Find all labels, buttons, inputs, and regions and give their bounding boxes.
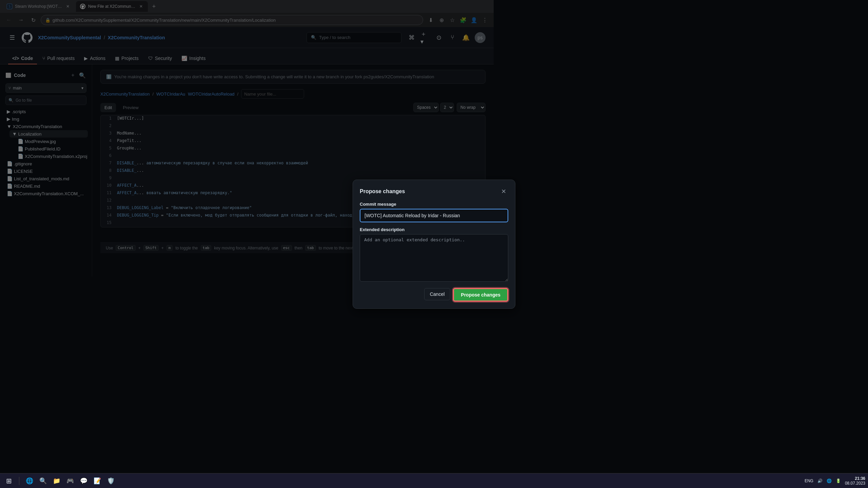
- commit-message-label: Commit message: [360, 202, 494, 207]
- propose-changes-modal: Propose changes ✕ Commit message Extende…: [353, 180, 494, 277]
- modal-title: Propose changes: [360, 188, 405, 195]
- description-textarea[interactable]: [360, 234, 494, 277]
- modal-overlay[interactable]: Propose changes ✕ Commit message Extende…: [0, 0, 494, 277]
- modal-header: Propose changes ✕: [360, 187, 494, 196]
- commit-message-input[interactable]: [360, 209, 494, 222]
- description-label: Extended description: [360, 227, 494, 232]
